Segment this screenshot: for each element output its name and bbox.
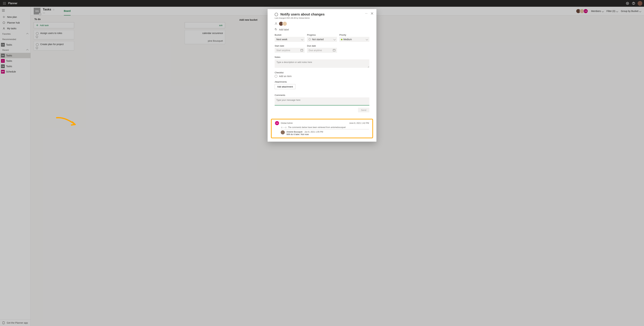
progress-label: Progress — [307, 34, 337, 36]
send-button[interactable]: Send — [358, 108, 369, 112]
progress-dropdown[interactable]: Not started — [307, 37, 337, 42]
svg-point-5 — [5, 3, 6, 4]
svg-point-0 — [3, 2, 4, 3]
sync-icon: ☺→☺ — [281, 126, 287, 129]
not-started-icon — [309, 38, 311, 40]
tag-icon — [275, 28, 277, 31]
task-modal: ⋯ Notify users about changes Last change… — [268, 9, 376, 142]
user-avatar[interactable] — [638, 1, 642, 6]
calendar-icon — [333, 49, 335, 51]
comment-textarea[interactable] — [275, 97, 369, 106]
assignees-row[interactable] — [275, 21, 369, 26]
svg-point-9 — [627, 3, 628, 4]
add-label-button[interactable]: Add label — [275, 28, 369, 31]
circle-icon — [275, 75, 277, 78]
task-title[interactable]: Notify users about changes — [280, 12, 324, 16]
svg-point-25 — [275, 29, 276, 29]
last-changed-text: Last changed 2021-06-08 by Global Admin — [275, 17, 369, 19]
due-date-input[interactable]: Due anytime — [307, 48, 337, 53]
start-date-input[interactable]: Start anytime — [275, 48, 305, 53]
add-attachment-button[interactable]: Add attachment — [275, 84, 296, 89]
help-icon[interactable] — [630, 0, 636, 6]
chevron-down-icon — [366, 38, 368, 40]
app-name: Planner — [8, 2, 17, 5]
svg-point-8 — [5, 4, 6, 5]
settings-icon[interactable] — [624, 0, 630, 6]
sub-comment-date: Jun 8, 2021 1:05 PM — [304, 131, 323, 133]
retrieved-text: The comments below have been retrieved f… — [288, 126, 346, 129]
author-badge: GA — [275, 121, 279, 125]
bucket-dropdown[interactable]: Next week — [275, 37, 305, 42]
svg-point-3 — [3, 3, 4, 4]
calendar-icon — [300, 49, 303, 51]
priority-dropdown[interactable]: Medium — [339, 37, 369, 42]
priority-label: Priority — [339, 34, 369, 36]
sub-comment-avatar — [281, 130, 285, 134]
svg-point-7 — [4, 4, 5, 5]
comments-thread: GA Global Admin June 8, 2021 1:42 PM ☺→☺… — [271, 119, 373, 138]
comment-author: Global Admin — [281, 122, 293, 124]
close-icon[interactable] — [370, 11, 374, 15]
svg-point-1 — [4, 2, 5, 3]
comment-date: June 8, 2021 1:42 PM — [349, 122, 369, 124]
start-date-label: Start date — [275, 45, 305, 47]
checklist-label: Checklist — [275, 71, 369, 74]
due-date-label: Due date — [307, 45, 337, 47]
checklist-add-button[interactable]: Add an item — [275, 75, 369, 78]
top-bar: Planner — [0, 0, 644, 7]
svg-point-6 — [3, 4, 4, 5]
comments-label: Comments — [275, 94, 369, 96]
more-icon[interactable]: ⋯ — [364, 11, 368, 15]
chevron-down-icon — [334, 38, 335, 40]
chevron-down-icon — [302, 38, 303, 40]
bucket-label: Bucket — [275, 34, 305, 36]
priority-medium-icon — [341, 39, 342, 40]
app-launcher-icon[interactable] — [2, 1, 7, 6]
sub-comment-text: Will do it later. Not now — [286, 133, 323, 136]
assign-icon — [275, 22, 277, 25]
svg-point-4 — [4, 3, 5, 4]
complete-checkbox[interactable] — [275, 13, 278, 16]
sub-comment-author: Antoine Bousquet — [286, 131, 302, 133]
svg-point-2 — [5, 2, 6, 3]
attachments-label: Attachments — [275, 81, 369, 83]
notes-textarea[interactable] — [275, 59, 369, 68]
notes-label: Notes — [275, 56, 369, 58]
svg-point-24 — [276, 22, 276, 23]
